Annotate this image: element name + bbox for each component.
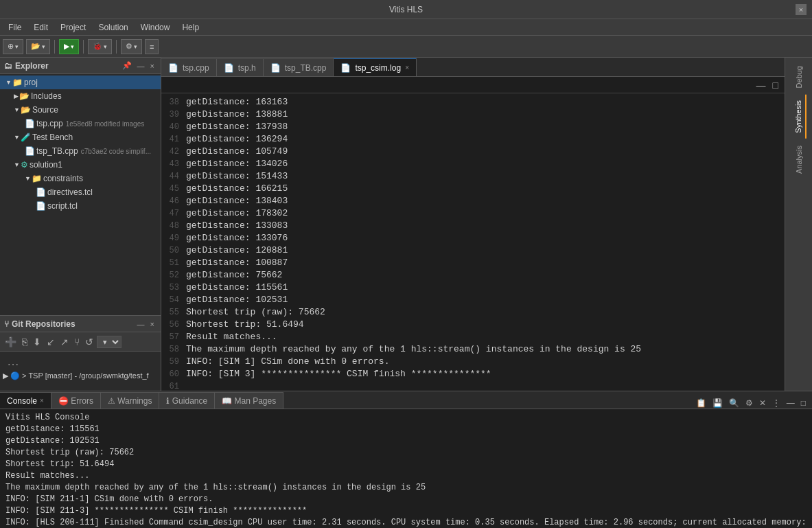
git-push-button[interactable]: ↗ [58,336,71,348]
explorer-close-button[interactable]: × [148,60,156,71]
settings-button[interactable]: ≡ [145,39,159,54]
editor-minimize-button[interactable]: — [754,79,768,91]
tab-icon: 📄 [270,63,281,73]
git-more-button[interactable]: … [3,353,23,369]
console-content: Vitis HLS Console getDistance: 115561get… [0,409,812,528]
line-number: 60 [161,368,186,380]
tree-item-source[interactable]: ▼ 📂 Source [0,103,161,117]
tab-tsp-tb-cpp[interactable]: 📄 tsp_TB.cpp [264,58,334,76]
git-pull-button[interactable]: ↙ [45,336,57,348]
line-content: getDistance: 151433 [186,170,785,183]
tab-label: tsp_csim.log [355,63,401,73]
sidebar-tab-synthesis[interactable]: Synthesis [791,95,807,139]
console-tab-errors[interactable]: ⛔ Errors [51,392,101,409]
new-button[interactable]: ⊕ ▾ [3,39,23,54]
tree-item-script-tcl[interactable]: 📄 script.tcl [0,199,161,213]
app-title: Vitis HLS [389,5,423,14]
git-refresh-button[interactable]: ↺ [83,336,95,348]
line-number: 58 [161,343,186,356]
console-options-button[interactable]: ⋮ [770,398,782,409]
tree-item-directives-tcl[interactable]: 📄 directives.tcl [0,185,161,199]
git-clone-button[interactable]: ⎘ [20,336,30,348]
tcl-file-icon: 📄 [36,187,46,197]
console-line: Shortest trip: 51.6494 [5,459,807,470]
window-close-button[interactable]: × [796,4,807,15]
explorer-minimize-button[interactable]: — [135,60,147,71]
console-tab-label: 📖 Man Pages [222,396,276,406]
line-content: getDistance: 75662 [186,269,785,282]
line-number: 57 [161,331,186,343]
menu-solution[interactable]: Solution [93,21,133,34]
tree-item-includes[interactable]: ▶ 📂 Includes [0,89,161,103]
git-panel-header: ⑂ Git Repositories — × [0,316,161,332]
code-line: 61 [161,380,785,391]
console-settings-button[interactable]: ⚙ [743,398,755,409]
console-save-button[interactable]: 💾 [710,398,725,409]
console-close-button[interactable]: × [40,397,44,404]
menu-file[interactable]: File [3,21,27,34]
git-minimize-button[interactable]: — [135,319,147,329]
line-number: 61 [161,380,186,391]
menu-edit[interactable]: Edit [28,21,54,34]
sidebar-tab-analysis[interactable]: Analysis [792,140,806,179]
line-number: 49 [161,232,186,244]
open-button[interactable]: 📂 ▾ [26,39,50,54]
tree-item-testbench[interactable]: ▼ 🧪 Test Bench [0,130,161,144]
menu-project[interactable]: Project [55,21,91,34]
git-repo-item[interactable]: ▶ 🔵 > TSP [master] - /group/swmktg/test_… [3,369,158,382]
run-button[interactable]: ▶ ▾ [59,39,79,54]
tree-item-proj[interactable]: ▼ 📁 proj [0,76,161,89]
console-tab-console[interactable]: Console × [0,392,51,409]
console-clear-button[interactable]: ✕ [757,398,768,409]
tree-item-tsp-tb-cpp[interactable]: 📄 tsp_TB.cpp c7b3ae2 code simplif... [0,144,161,158]
line-number: 52 [161,269,186,282]
console-filter-button[interactable]: 🔍 [727,398,741,409]
code-line: 40getDistance: 137938 [161,121,785,133]
console-tab-warnings[interactable]: ⚠ Warnings [101,392,160,409]
explorer-pin-button[interactable]: 📌 [120,60,134,71]
tab-tsp-csim-log[interactable]: 📄 tsp_csim.log × [334,58,417,76]
line-content: getDistance: 133076 [186,232,785,244]
tree-item-label: Includes [31,91,62,101]
console-maximize-button[interactable]: □ [799,398,808,409]
tree-item-tsp-cpp[interactable]: 📄 tsp.cpp 1e58ed8 modified images [0,117,161,130]
git-icon: ⑂ [4,319,9,329]
console-line: The maximum depth reached by any of the … [5,482,807,494]
tab-tsp-cpp[interactable]: 📄 tsp.cpp [161,58,217,76]
debug-button[interactable]: 🐞 ▾ [88,39,112,54]
chevron-icon: ▼ [14,106,20,113]
git-branch-button[interactable]: ⑂ [72,336,82,348]
main-layout: 🗂 Explorer 📌 — × ▼ 📁 proj [0,58,812,391]
git-dropdown[interactable]: ▾ [97,336,121,348]
code-line: 54getDistance: 102531 [161,294,785,306]
tree-item-constraints[interactable]: ▼ 📁 constraints [0,172,161,185]
console-line: Shortest trip (raw): 75662 [5,447,807,459]
right-sidebar: Debug Synthesis Analysis [785,58,812,391]
tree-item-solution1[interactable]: ▼ ⚙ solution1 [0,158,161,172]
console-tab-label: Console [7,396,37,406]
testbench-icon: 🧪 [21,133,31,142]
build-button[interactable]: ⚙ ▾ [121,39,142,54]
git-fetch-button[interactable]: ⬇ [31,336,43,348]
menu-window[interactable]: Window [135,21,176,34]
tab-tsp-h[interactable]: 📄 tsp.h [217,58,264,76]
title-bar: Vitis HLS × [0,0,812,19]
git-add-button[interactable]: ➕ [3,336,19,348]
menu-help[interactable]: Help [176,21,205,34]
console-tab-man-pages[interactable]: 📖 Man Pages [215,392,283,409]
editor-maximize-button[interactable]: □ [771,79,780,91]
line-number: 59 [161,356,186,368]
console-tab-guidance[interactable]: ℹ Guidance [159,392,215,409]
line-content: getDistance: 138881 [186,108,785,121]
console-minimize-button[interactable]: — [785,398,797,409]
console-copy-button[interactable]: 📋 [694,398,708,409]
git-close-button[interactable]: × [148,319,156,329]
line-content: getDistance: 133083 [186,220,785,232]
code-line: 60INFO: [SIM 3] *************** CSIM fin… [161,368,785,380]
code-line: 59INFO: [SIM 1] CSim done with 0 errors. [161,356,785,368]
toolbar-separator-3 [116,40,117,54]
tab-close-button[interactable]: × [405,64,409,71]
tab-label: tsp.h [238,63,256,73]
sidebar-tab-debug[interactable]: Debug [792,60,806,93]
editor-content[interactable]: 38getDistance: 16316339getDistance: 1388… [161,93,785,391]
